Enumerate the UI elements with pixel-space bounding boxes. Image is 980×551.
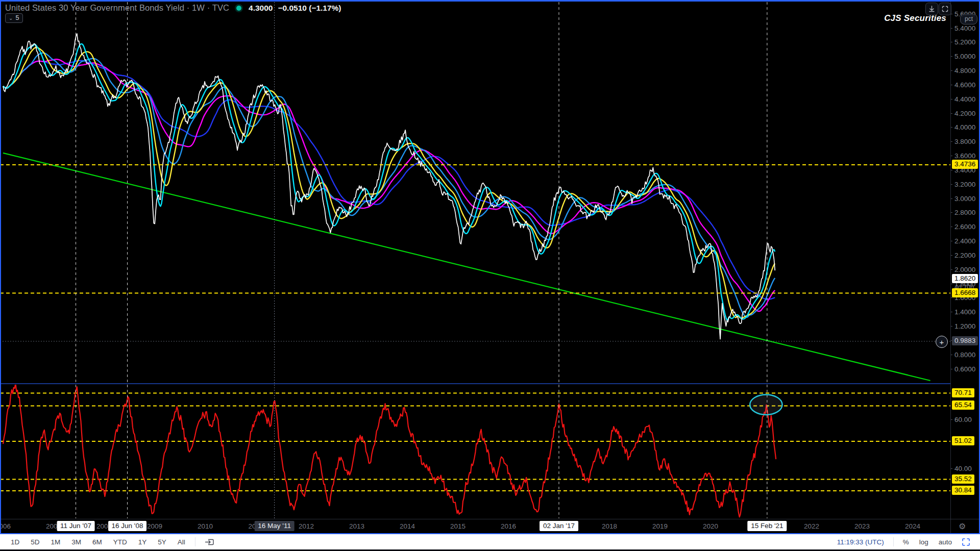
event-date-label[interactable]: 16 Jun '08: [108, 521, 147, 531]
year-label-2014: 2014: [400, 522, 415, 530]
add-alert-button[interactable]: +: [936, 336, 948, 348]
year-label-2023: 2023: [854, 522, 870, 530]
price-axis-tick: 2.8000: [950, 209, 980, 217]
year-label-2010: 2010: [198, 522, 213, 530]
last-price-value: 4.3000: [249, 4, 273, 13]
price-axis-tick: 3.0000: [950, 194, 980, 203]
price-label-3.4736[interactable]: 3.4736: [952, 160, 978, 169]
price-axis-tick: 5.2000: [950, 38, 980, 46]
price-axis-tick: 5.4000: [950, 24, 980, 32]
year-label-2013: 2013: [349, 522, 364, 530]
price-axis-tick: 3.6000: [950, 152, 980, 160]
price-label-1.8620[interactable]: 1.8620: [952, 274, 978, 283]
auto-scale-button[interactable]: auto: [934, 537, 957, 547]
chevron-down-icon: ⌄: [9, 15, 13, 21]
year-label-2019: 2019: [652, 522, 668, 530]
year-label-2006: 2006: [0, 522, 11, 530]
event-date-label[interactable]: 15 Feb '21: [747, 521, 787, 531]
download-arrow-icon: [928, 6, 935, 12]
pct-scale-button[interactable]: pct: [960, 14, 977, 24]
price-axis-tick: 2.2000: [950, 251, 980, 259]
legend-collapse-button[interactable]: ⌄ 5: [5, 13, 23, 23]
toolbar-divider: [893, 537, 894, 546]
year-label-2009: 2009: [147, 522, 162, 530]
goto-date-button[interactable]: [200, 536, 219, 548]
price-axis[interactable]: pct 5.60005.40005.20005.00004.80004.6000…: [950, 0, 980, 519]
date-range-buttons: 1D5D1M3M6MYTD1Y5YAll: [0, 537, 191, 547]
range-button-ytd[interactable]: YTD: [108, 537, 133, 547]
price-axis-tick: 3.8000: [950, 138, 980, 146]
price-axis-tick: 2.4000: [950, 237, 980, 245]
range-button-5d[interactable]: 5D: [25, 537, 45, 547]
rsi-axis-tick: 40.00: [950, 464, 980, 472]
pane-separator: [0, 383, 950, 384]
symbol-header: United States 30 Year Government Bonds Y…: [5, 3, 341, 13]
event-date-label[interactable]: 02 Jan '17: [540, 521, 578, 531]
price-change-value: −0.0510 (−1.17%): [278, 4, 341, 13]
price-label-0.9883[interactable]: 0.9883: [952, 336, 978, 345]
focus-frame-top: [0, 0, 980, 2]
range-button-1d[interactable]: 1D: [5, 537, 25, 547]
price-axis-tick: 5.0000: [950, 53, 980, 61]
price-axis-tick: 4.8000: [950, 67, 980, 75]
trendline: [3, 153, 930, 381]
market-status-dot-icon[interactable]: [236, 6, 241, 11]
price-axis-tick: 0.8000: [950, 350, 980, 359]
price-axis-tick: 0.6000: [950, 365, 980, 373]
range-button-6m[interactable]: 6M: [87, 537, 108, 547]
year-label-2012: 2012: [299, 522, 314, 530]
plus-icon: +: [940, 338, 944, 346]
download-button[interactable]: [925, 3, 938, 15]
year-label-2022: 2022: [804, 522, 819, 530]
percent-scale-button[interactable]: %: [898, 537, 914, 547]
maximize-pane-button[interactable]: [957, 537, 975, 547]
ma-line-18w: [3, 47, 775, 318]
rsi-line: [3, 383, 776, 517]
year-label-2024: 2024: [905, 522, 920, 530]
price-axis-tick: 4.6000: [950, 81, 980, 89]
symbol-title[interactable]: United States 30 Year Government Bonds Y…: [5, 3, 229, 13]
range-button-1m[interactable]: 1M: [45, 537, 66, 547]
price-axis-tick: 2.0000: [950, 265, 980, 273]
broker-watermark: CJS Securities: [884, 13, 946, 23]
year-label-2020: 2020: [703, 522, 718, 530]
price-label-1.6668[interactable]: 1.6668: [952, 288, 978, 297]
clock[interactable]: 11:19:33 (UTC): [832, 538, 889, 546]
price-axis-tick: 4.2000: [950, 109, 980, 117]
chart-svg: [0, 0, 980, 519]
range-button-5y[interactable]: 5Y: [152, 537, 172, 547]
chart-canvas[interactable]: [0, 0, 980, 519]
price-axis-border: [950, 0, 951, 533]
event-date-label[interactable]: 11 Jun '07: [57, 521, 95, 531]
corner-brackets-icon: [962, 538, 970, 546]
year-label-2018: 2018: [602, 522, 617, 530]
fullscreen-icon: [942, 6, 948, 12]
rsi-label-51.02[interactable]: 51.02: [952, 436, 974, 445]
rsi-label-30.84[interactable]: 30.84: [952, 486, 974, 495]
rsi-label-70.71[interactable]: 70.71: [952, 388, 974, 397]
price-axis-tick: 1.2000: [950, 322, 980, 331]
crosshair-date-label[interactable]: 16 May '11: [254, 521, 295, 531]
rsi-label-35.52[interactable]: 35.52: [952, 474, 974, 484]
range-button-1y[interactable]: 1Y: [133, 537, 153, 547]
gear-icon[interactable]: ⚙: [959, 521, 966, 531]
time-axis[interactable]: ⚙ 20062007200820092010201120122013201420…: [0, 519, 980, 534]
year-label-2016: 2016: [501, 522, 516, 530]
range-button-3m[interactable]: 3M: [66, 537, 87, 547]
trading-chart-app: United States 30 Year Government Bonds Y…: [0, 0, 980, 551]
price-axis-tick: 4.0000: [950, 123, 980, 132]
toolbar-divider: [195, 537, 195, 546]
toolbar-right-group: 11:19:33 (UTC) % log auto: [832, 537, 980, 547]
indicator-count: 5: [15, 14, 19, 21]
price-axis-tick: 3.2000: [950, 180, 980, 188]
log-scale-button[interactable]: log: [914, 537, 934, 547]
price-axis-tick: 4.4000: [950, 95, 980, 103]
bottom-toolbar: 1D5D1M3M6MYTD1Y5YAll 11:19:33 (UTC) % lo…: [0, 534, 980, 549]
focus-frame-left: [0, 0, 1, 534]
price-axis-tick: 2.6000: [950, 223, 980, 231]
fullscreen-button[interactable]: [939, 3, 951, 15]
rsi-axis-tick: 60.00: [950, 415, 980, 423]
rsi-label-65.54[interactable]: 65.54: [952, 400, 974, 410]
range-button-all[interactable]: All: [172, 537, 191, 547]
goto-date-icon: [205, 538, 214, 546]
